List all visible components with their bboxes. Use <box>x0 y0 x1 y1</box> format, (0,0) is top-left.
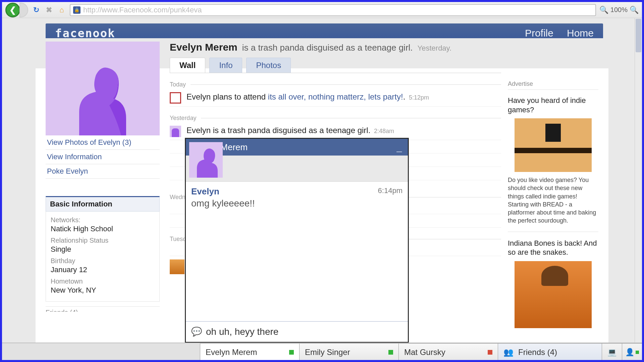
chat-draft-text[interactable]: oh uh, heyy there <box>206 326 278 337</box>
value-hometown: New York, NY <box>51 286 155 295</box>
story-event: Evelyn plans to attend its all over, not… <box>170 89 501 107</box>
zoom-in-icon[interactable]: 🔍 <box>630 6 639 14</box>
tab-info[interactable]: Info <box>209 58 242 73</box>
page-viewport: facenook Profile Home View Photos of Eve… <box>2 18 642 360</box>
chat-tab-label: Mat Gursky <box>404 348 445 357</box>
silhouette-icon <box>170 126 181 137</box>
tray-person-icon[interactable]: 👤 <box>622 343 642 360</box>
basic-info-body: Networks: Natick High School Relationshi… <box>46 212 160 302</box>
story-event-link[interactable]: its all over, nothing matterz, lets part… <box>268 92 403 101</box>
value-networks: Natick High School <box>51 225 155 233</box>
zoom-out-icon[interactable]: 🔍 <box>599 6 608 14</box>
profile-status: is a trash panda disguised as a teenage … <box>242 43 413 53</box>
advertise-heading: Advertise <box>508 80 598 90</box>
ad2-title[interactable]: Indiana Bones is back! And so are the sn… <box>508 239 598 257</box>
stop-icon[interactable]: ✖ <box>44 5 54 15</box>
reload-icon[interactable]: ↻ <box>32 5 41 15</box>
value-birthday: January 12 <box>51 265 155 274</box>
day-wed-label: Wedn <box>170 194 185 201</box>
calendar-icon <box>170 92 181 104</box>
zoom-controls: 🔍 100% 🔍 <box>599 6 639 14</box>
chat-subheader <box>186 156 408 182</box>
link-view-info[interactable]: View Information <box>46 150 160 164</box>
chat-tab-label: Emily Singer <box>305 348 350 357</box>
story-time: 5:12pm <box>409 94 429 101</box>
story-text: Evelyn plans to attend its all over, not… <box>186 92 429 104</box>
tray-monitor-icon[interactable]: 💻 <box>602 343 622 360</box>
msg-sender[interactable]: Evelyn <box>191 186 219 196</box>
chat-avatar[interactable] <box>189 142 223 178</box>
nav-profile[interactable]: Profile <box>525 27 553 39</box>
story-prefix: Evelyn plans to attend <box>186 92 268 101</box>
site-lock-icon: 🔒 <box>73 6 80 14</box>
msg-time: 6:14pm <box>378 186 402 195</box>
chat-window: Evelyn Merem _ Evelyn 6:14pm omg kyleeee… <box>185 138 409 343</box>
nav-home[interactable]: Home <box>567 27 594 39</box>
value-relationship: Single <box>51 245 155 254</box>
day-yesterday-label: Yesterday <box>170 115 196 122</box>
profile-avatar[interactable] <box>46 42 160 135</box>
profile-status-time: Yesterday. <box>418 44 452 53</box>
url-input[interactable] <box>83 6 593 14</box>
friends-label: Friends (4) <box>518 348 557 357</box>
ad-separator <box>508 232 598 232</box>
label-relationship: Relationship Status <box>51 237 155 244</box>
zoom-level: 100% <box>610 6 628 14</box>
chat-tab-evelyn[interactable]: Evelyn Merem <box>200 343 299 360</box>
story-time: 2:48am <box>374 128 394 134</box>
story-status: Evelyn is a trash panda disguised as a t… <box>170 123 501 140</box>
chat-messages: Evelyn 6:14pm omg kyleeeee!! <box>186 182 408 321</box>
chat-tray: 💻 👤 <box>602 343 642 360</box>
friends-heading-cut: Friends (4) <box>46 306 160 312</box>
chat-tab-emily[interactable]: Emily Singer <box>299 343 398 360</box>
chat-bubble-icon: 💬 <box>191 326 201 337</box>
home-icon[interactable]: ⌂ <box>57 5 66 15</box>
forward-button[interactable] <box>19 3 28 17</box>
status-dot-online-icon <box>289 350 294 355</box>
ad1-image[interactable] <box>515 118 592 172</box>
ad2-image[interactable] <box>515 261 592 328</box>
scrollbar[interactable] <box>635 18 642 360</box>
profile-tabs: Wall Info Photos <box>170 58 501 73</box>
day-yesterday: Yesterday <box>170 115 501 122</box>
chat-tab-mat[interactable]: Mat Gursky <box>398 343 498 360</box>
minimize-icon[interactable]: _ <box>396 142 402 153</box>
site-logo[interactable]: facenook <box>55 26 115 40</box>
link-poke[interactable]: Poke Evelyn <box>46 164 160 179</box>
back-button[interactable]: ❮ <box>5 3 20 17</box>
chat-input-area[interactable]: 💬 oh uh, heyy there <box>186 321 408 342</box>
chat-bar: Evelyn Merem Emily Singer Mat Gursky 👥 F… <box>2 343 642 360</box>
browser-toolbar: ❮ ↻ ✖ ⌂ 🔒 🔍 100% 🔍 <box>2 2 642 18</box>
friend-thumb[interactable] <box>170 259 184 274</box>
status-dot-busy-icon <box>488 350 492 355</box>
friends-icon: 👥 <box>503 348 514 357</box>
scrollbar-thumb[interactable] <box>636 19 641 52</box>
chat-tab-label: Evelyn Merem <box>206 348 257 357</box>
tab-wall[interactable]: Wall <box>170 58 205 73</box>
ad1-body: Do you like video games? You should chec… <box>508 176 598 225</box>
address-bar[interactable]: 🔒 <box>70 4 596 16</box>
story-text: Evelyn is a trash panda disguised as a t… <box>186 126 394 137</box>
basic-info-heading: Basic Information <box>46 196 160 212</box>
day-tue-label: Tuesd <box>170 236 186 243</box>
story-after: . <box>403 92 406 101</box>
day-today-label: Today <box>170 81 186 88</box>
ad1-title[interactable]: Have you heard of indie games? <box>508 96 598 114</box>
label-hometown: Hometown <box>51 278 155 285</box>
tab-photos[interactable]: Photos <box>246 58 291 73</box>
label-birthday: Birthday <box>51 257 155 265</box>
left-column: View Photos of Evelyn (3) View Informati… <box>46 42 160 312</box>
header-nav: Profile Home <box>525 27 594 39</box>
label-networks: Networks: <box>51 216 155 224</box>
status-dot-online-icon <box>388 350 393 355</box>
msg-text: omg kyleeeee!! <box>191 198 402 209</box>
chat-message: Evelyn 6:14pm omg kyleeeee!! <box>191 186 402 209</box>
link-view-photos[interactable]: View Photos of Evelyn (3) <box>46 135 160 150</box>
story-status-text: Evelyn is a trash panda disguised as a t… <box>186 126 370 135</box>
friends-tab[interactable]: 👥 Friends (4) <box>498 343 602 360</box>
day-today: Today <box>170 81 501 88</box>
profile-status-line: Evelyn Merem is a trash panda disguised … <box>170 42 501 53</box>
profile-name: Evelyn Merem <box>170 42 237 53</box>
right-column: Advertise Have you heard of indie games?… <box>508 80 598 332</box>
